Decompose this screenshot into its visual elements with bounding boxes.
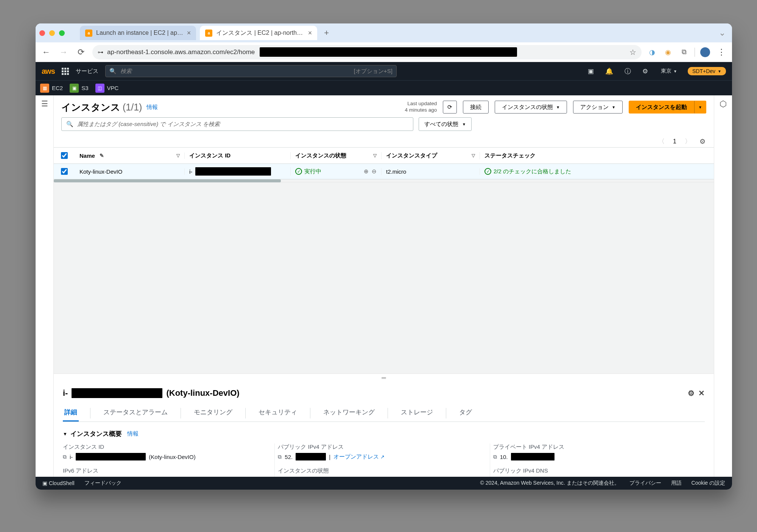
- tab-details[interactable]: 詳細: [63, 405, 79, 422]
- close-tab-icon[interactable]: ×: [187, 29, 191, 37]
- row-checkbox[interactable]: [61, 168, 68, 175]
- privacy-link[interactable]: プライバシー: [629, 480, 661, 487]
- launch-instance-split[interactable]: ▼: [694, 101, 706, 114]
- tab-storage[interactable]: ストレージ: [399, 405, 435, 422]
- browser-menu-icon[interactable]: ⋮: [715, 47, 727, 57]
- browser-tab-inactive[interactable]: a Launch an instance | EC2 | ap… ×: [80, 26, 196, 40]
- close-window[interactable]: [39, 30, 45, 36]
- zoom-in-icon[interactable]: ⊕: [364, 168, 369, 175]
- profile-avatar[interactable]: [700, 47, 710, 57]
- close-detail-icon[interactable]: ✕: [698, 389, 705, 398]
- aws-search-input[interactable]: 🔍 検索 [オプション+S]: [105, 65, 397, 77]
- settings-icon[interactable]: ⚙: [640, 67, 650, 75]
- section-title[interactable]: インスタンス概要 情報: [63, 429, 705, 438]
- launch-instance-button[interactable]: インスタンスを起動: [629, 101, 694, 114]
- copy-icon[interactable]: ⧉: [278, 454, 282, 460]
- new-tab-button[interactable]: +: [321, 28, 332, 38]
- tab-status[interactable]: ステータスとアラーム: [102, 405, 169, 422]
- prev-page[interactable]: 〈: [658, 137, 665, 146]
- search-shortcut-hint: [オプション+S]: [354, 68, 393, 75]
- cloudshell-link[interactable]: ▣ CloudShell: [42, 480, 75, 486]
- col-instance-id[interactable]: インスタンス ID: [185, 152, 291, 159]
- search-icon: 🔍: [66, 121, 73, 128]
- minimize-window[interactable]: [49, 30, 55, 36]
- cell-state: ✓実行中 ⊕ ⊖: [291, 168, 382, 175]
- table-settings-icon[interactable]: ⚙: [699, 137, 706, 146]
- aws-logo[interactable]: aws: [42, 67, 55, 76]
- terms-link[interactable]: 用語: [671, 480, 682, 487]
- maximize-window[interactable]: [59, 30, 65, 36]
- feedback-link[interactable]: フィードバック: [84, 480, 121, 487]
- aws-top-nav: aws サービス 🔍 検索 [オプション+S] ▣ 🔔 ⓘ ⚙ 東京▼ SDT+…: [36, 62, 732, 80]
- vpc-icon: ◫: [95, 84, 104, 93]
- extension-icon[interactable]: ◉: [663, 48, 673, 56]
- copy-icon[interactable]: ⧉: [63, 454, 67, 460]
- refresh-button[interactable]: ⟳: [443, 101, 457, 114]
- field-value: ⧉ 10.: [493, 453, 702, 460]
- external-link-icon: ↗: [380, 454, 385, 460]
- search-icon: 🔍: [109, 68, 117, 75]
- panel-resize-handle[interactable]: ═: [54, 373, 714, 382]
- detail-settings-icon[interactable]: ⚙: [688, 389, 695, 398]
- url-input[interactable]: ⊶ ap-northeast-1.console.aws.amazon.com/…: [92, 45, 642, 59]
- filter-input[interactable]: 🔍 属性またはタグ (case-sensitive) で インスタンス を検索: [61, 117, 413, 131]
- next-page[interactable]: 〉: [685, 137, 691, 146]
- account-selector[interactable]: SDT+Dev▼: [688, 67, 726, 75]
- zoom-out-icon[interactable]: ⊖: [372, 168, 377, 175]
- table-row[interactable]: Koty-linux-DevIO i- ✓実行中 ⊕ ⊖ t2.micro ✓2…: [54, 163, 714, 179]
- info-link[interactable]: 情報: [127, 430, 139, 437]
- tab-monitoring[interactable]: モニタリング: [192, 405, 234, 422]
- tab-networking[interactable]: ネットワーキング: [322, 405, 376, 422]
- tab-title: Launch an instance | EC2 | ap…: [96, 30, 183, 36]
- col-type[interactable]: インスタンスタイプ▽: [382, 152, 480, 159]
- services-label[interactable]: サービス: [76, 68, 98, 75]
- info-link[interactable]: 情報: [146, 104, 158, 111]
- notifications-icon[interactable]: 🔔: [603, 67, 615, 75]
- col-status[interactable]: ステータスチェック: [480, 152, 714, 159]
- tab-tags[interactable]: タグ: [458, 405, 474, 422]
- shortcut-vpc[interactable]: ◫VPC: [95, 84, 119, 93]
- close-tab-icon[interactable]: ×: [308, 29, 312, 37]
- chevron-down-icon[interactable]: ⌄: [716, 28, 728, 38]
- cookie-link[interactable]: Cookie の設定: [692, 480, 725, 487]
- tab-title: インスタンス | EC2 | ap-northe…: [216, 29, 304, 37]
- instance-state-dropdown[interactable]: インスタンスの状態▼: [495, 101, 567, 114]
- actions-dropdown[interactable]: アクション▼: [573, 101, 623, 114]
- open-address-link[interactable]: オープンアドレス ↗: [333, 453, 385, 460]
- field-label: IPv6 アドレス: [63, 467, 271, 474]
- col-name[interactable]: Name✎▽: [75, 152, 185, 159]
- field-label: プライベート IPv4 アドレス: [493, 443, 702, 451]
- extension-icon[interactable]: ◑: [647, 48, 657, 56]
- shortcut-ec2[interactable]: ▦EC2: [40, 84, 63, 93]
- select-all-checkbox[interactable]: [61, 152, 68, 159]
- forward-button[interactable]: →: [58, 47, 70, 57]
- col-state[interactable]: インスタンスの状態▽: [291, 152, 382, 159]
- state-filter-dropdown[interactable]: すべての状態▼: [419, 117, 472, 131]
- help-icon[interactable]: ⓘ: [622, 67, 633, 76]
- left-sidebar-toggle[interactable]: ☰: [36, 95, 54, 477]
- copy-icon[interactable]: ⧉: [493, 454, 497, 460]
- cloudshell-icon[interactable]: ▣: [586, 67, 596, 75]
- bookmark-icon[interactable]: ☆: [629, 48, 636, 57]
- shortcut-s3[interactable]: ▣S3: [70, 84, 88, 93]
- services-grid-icon[interactable]: [62, 68, 69, 75]
- horizontal-scrollbar[interactable]: [54, 179, 714, 182]
- field-value: ⧉ i- (Koty-linux-DevIO): [63, 453, 271, 460]
- browser-tab-active[interactable]: a インスタンス | EC2 | ap-northe… ×: [200, 26, 317, 40]
- back-button[interactable]: ←: [40, 47, 52, 57]
- edit-icon: ✎: [100, 152, 104, 159]
- right-sidebar-toggle[interactable]: ⬡: [714, 95, 732, 477]
- ok-icon: ✓: [295, 168, 302, 175]
- site-info-icon[interactable]: ⊶: [98, 49, 103, 56]
- reload-button[interactable]: ⟳: [75, 47, 87, 57]
- field-label: パブリック IPv4 アドレス: [278, 443, 486, 451]
- redacted: [260, 47, 517, 57]
- extensions-menu-icon[interactable]: ⧉: [679, 48, 689, 56]
- region-selector[interactable]: 東京▼: [657, 68, 681, 75]
- connect-button[interactable]: 接続: [463, 101, 489, 114]
- hamburger-icon: ☰: [41, 99, 48, 108]
- sort-icon: ▽: [472, 153, 475, 158]
- cell-instance-id[interactable]: i-: [185, 167, 291, 176]
- detail-tabs: 詳細 ステータスとアラーム モニタリング セキュリティ ネットワーキング ストレ…: [63, 405, 705, 422]
- tab-security[interactable]: セキュリティ: [257, 405, 299, 422]
